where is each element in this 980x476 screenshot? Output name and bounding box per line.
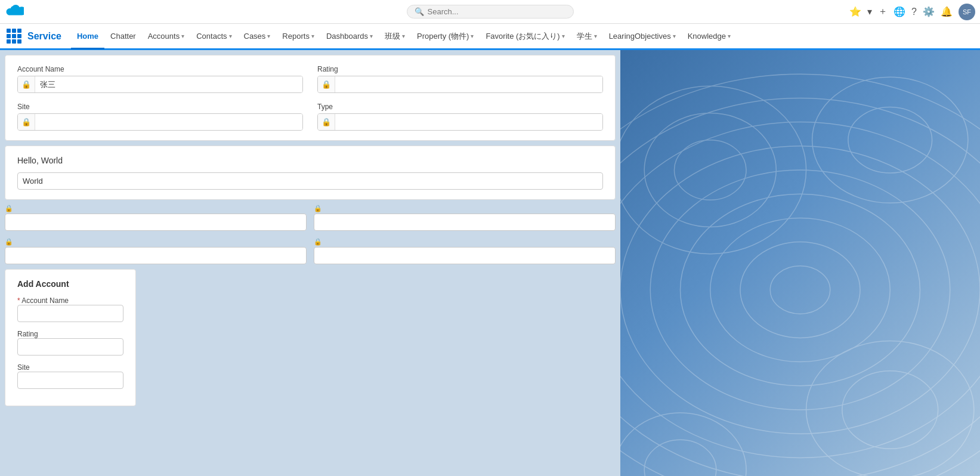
app-navigation: Service HomeChatterAccounts ▾Contacts ▾C… [0,24,980,50]
site-input-wrap: 🔒 [17,113,303,131]
salesforce-logo[interactable] [5,1,27,22]
type-field: Type 🔒 [317,103,603,131]
top-navigation: 🔍 ⭐ ▾ ＋ 🌐 ? ⚙️ 🔔 SF [0,0,980,24]
nav-item-dashboards-chevron: ▾ [370,33,373,39]
nav-item-contacts[interactable]: Contacts ▾ [190,25,237,50]
nav-item-learning[interactable]: LearingObjectives ▾ [603,25,682,50]
add-rating-field: Rating [17,329,123,356]
nav-item-reports[interactable]: Reports ▾ [276,25,320,50]
nav-item-chatter[interactable]: Chatter [104,25,142,50]
account-name-label: Account Name [17,65,303,73]
rating-field: Rating 🔒 [317,65,603,93]
settings-icon[interactable]: ⚙️ [923,6,935,17]
add-site-field: Site [17,363,123,389]
svg-point-7 [620,98,980,476]
add-account-card: Add Account Account Name Rating Site [5,269,136,406]
svg-point-13 [812,77,968,203]
site-input[interactable] [35,114,302,130]
floating-input-1[interactable] [5,214,307,231]
help-icon[interactable]: ? [911,7,917,17]
floating-field-4: 🔒 [314,238,616,264]
nav-item-contacts-chevron: ▾ [229,33,232,39]
account-name-field: Account Name 🔒 [17,65,303,93]
left-panel: Account Name 🔒 Rating 🔒 Site [0,50,620,476]
floating-lock-3[interactable]: 🔒 [5,238,307,246]
floating-lock-1[interactable]: 🔒 [5,205,307,212]
site-label: Site [17,103,303,111]
floating-input-3[interactable] [5,247,307,264]
add-account-name-input[interactable] [17,305,123,322]
search-input[interactable] [428,7,559,16]
nav-items: HomeChatterAccounts ▾Contacts ▾Cases ▾Re… [71,24,737,48]
search-icon: 🔍 [415,7,424,16]
plus-icon[interactable]: ＋ [878,5,888,18]
hello-world-title: Hello, World [17,156,603,165]
floating-field-2: 🔒 [314,205,616,231]
floating-input-2[interactable] [314,214,616,231]
nav-item-accounts[interactable]: Accounts ▾ [142,25,190,50]
floating-lock-4[interactable]: 🔒 [314,238,616,246]
site-lock-icon[interactable]: 🔒 [18,114,35,130]
rating-input[interactable] [335,76,602,92]
site-field: Site 🔒 [17,103,303,131]
svg-point-0 [770,266,830,314]
svg-point-2 [710,218,891,361]
svg-point-8 [620,74,980,476]
nav-right-icons: ⭐ ▾ ＋ 🌐 ? ⚙️ 🔔 SF [849,4,975,20]
nav-item-student-chevron: ▾ [594,33,597,39]
account-name-input[interactable] [35,76,302,92]
svg-point-9 [674,140,746,200]
floating-input-4[interactable] [314,247,616,264]
nav-item-learning-chevron: ▾ [673,33,676,39]
nav-item-favorite-chevron: ▾ [562,33,565,39]
nav-item-accounts-chevron: ▾ [181,33,184,39]
add-rating-input[interactable] [17,338,123,356]
svg-point-14 [842,371,938,449]
nav-item-property-chevron: ▾ [471,33,474,39]
rating-label: Rating [317,65,603,73]
svg-point-17 [620,413,746,476]
type-input[interactable] [335,114,602,130]
star-icon[interactable]: ⭐ [849,6,861,17]
hello-world-input[interactable] [17,172,603,190]
nav-item-home[interactable]: Home [71,25,104,50]
nav-item-classes-chevron: ▾ [402,33,405,39]
nav-item-cases[interactable]: Cases ▾ [238,25,277,50]
svg-point-10 [644,113,776,227]
avatar[interactable]: SF [959,4,975,20]
globe-icon[interactable]: 🌐 [894,6,905,17]
form-row-2: Site 🔒 Type 🔒 [17,103,603,131]
svg-point-4 [650,170,950,410]
add-site-label: Site [17,363,30,372]
add-account-name-field: Account Name [17,296,123,322]
svg-point-16 [644,440,716,476]
nav-item-knowledge[interactable]: Knowledge ▾ [682,25,737,50]
add-account-name-label: Account Name [17,296,69,305]
floating-fields: 🔒 🔒 🔒 🔒 [5,205,616,264]
account-form-card: Account Name 🔒 Rating 🔒 Site [5,55,616,141]
add-account-title: Add Account [17,279,123,289]
add-site-input[interactable] [17,372,123,389]
rating-input-wrap: 🔒 [317,76,603,93]
rating-lock-icon[interactable]: 🔒 [318,76,335,92]
app-launcher-icon[interactable] [5,27,23,45]
main-content: Account Name 🔒 Rating 🔒 Site [0,50,980,476]
svg-point-1 [740,242,860,338]
nav-item-classes[interactable]: 班级 ▾ [379,25,411,50]
bell-icon[interactable]: 🔔 [941,6,953,17]
nav-item-dashboards[interactable]: Dashboards ▾ [320,25,379,50]
nav-item-favorite[interactable]: Favorite (お気に入り) ▾ [480,25,570,50]
hello-world-card: Hello, World [5,146,616,200]
form-row-1: Account Name 🔒 Rating 🔒 [17,65,603,93]
type-label: Type [317,103,603,111]
account-name-lock-icon[interactable]: 🔒 [18,76,35,92]
search-bar: 🔍 [407,5,574,18]
floating-lock-2[interactable]: 🔒 [314,205,616,212]
account-name-input-wrap: 🔒 [17,76,303,93]
svg-point-12 [848,107,932,173]
type-lock-icon[interactable]: 🔒 [318,114,335,130]
floating-field-3: 🔒 [5,238,307,264]
nav-item-student[interactable]: 学生 ▾ [571,25,603,50]
dropdown-icon[interactable]: ▾ [867,6,872,17]
nav-item-property[interactable]: Property (物件) ▾ [411,25,480,50]
